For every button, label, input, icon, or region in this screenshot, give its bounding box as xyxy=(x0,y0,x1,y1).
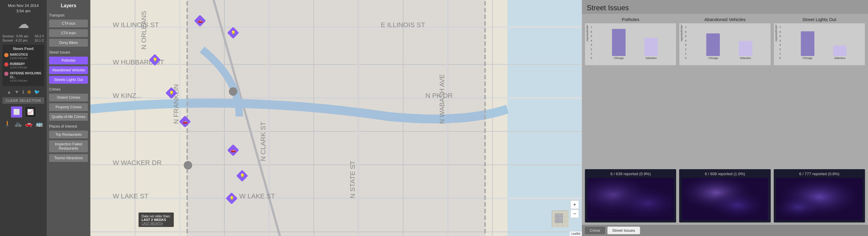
selection-line-button[interactable]: 📈 xyxy=(25,106,36,118)
leaflet-badge: Leaflet xyxy=(570,232,582,236)
zoom-out-button[interactable]: − xyxy=(570,209,579,218)
news-dot-1 xyxy=(4,53,8,57)
potholes-stat-label: 6 / 639 reported (0.9%) xyxy=(587,172,674,176)
selection-rect-button[interactable]: ⬜ xyxy=(11,106,22,118)
twitter-icon[interactable]: 🐦 xyxy=(34,89,40,95)
layers-title: Layers xyxy=(49,3,88,8)
bus-icon[interactable]: 🚌 xyxy=(35,120,43,127)
abandoned-y-axis: 0 1 2 3 4 5 6 7 xyxy=(685,26,686,60)
abandoned-selection-group: Selection xyxy=(739,41,752,60)
car-icon[interactable]: 🚗 xyxy=(25,120,33,127)
divvy-bikes-button[interactable]: Divvy Bikes xyxy=(49,39,88,47)
tourist-attractions-button[interactable]: Tourist Attractions xyxy=(49,154,88,162)
walk-icon[interactable]: 🚶 xyxy=(4,120,11,127)
svg-rect-61 xyxy=(555,214,563,223)
news-dot-3 xyxy=(4,72,8,76)
streets-lights-out-button[interactable]: Streets Lights Out xyxy=(49,76,88,84)
street-lights-chart-area: reported/mile² 0 1 2 3 4 5 6 7 Chicago xyxy=(774,23,865,65)
news-item-1: NARCOTICS 11/15 5:50 pm xyxy=(4,53,42,60)
abandoned-chicago-bar xyxy=(706,33,720,56)
bike-icon[interactable]: 🚲 xyxy=(14,120,22,127)
temp-f: 50.2 F xyxy=(35,34,44,38)
pin-icon-7: 💡 xyxy=(240,173,245,178)
triangle-icon[interactable]: ▲ xyxy=(7,90,11,95)
cta-train-button[interactable]: CTA train xyxy=(49,29,88,37)
streetlights-heatmap xyxy=(776,178,863,220)
news-time-1: 11/15 5:50 pm xyxy=(10,57,28,60)
violent-crimes-button[interactable]: Violent Crimes xyxy=(49,94,88,101)
charts-row: Potholes reported/mile² 0 1 2 3 4 5 6 7 … xyxy=(582,14,868,167)
map-info-box: Data not older than: LAST 2 WEEKS LAST M… xyxy=(138,212,174,227)
streetlights-stat-label: 6 / 777 reported (0.8%) xyxy=(776,172,863,176)
map-area[interactable]: E HURON ST E HURON ST E ERIE ST E ONTARI… xyxy=(90,0,582,236)
potholes-y-label: reported/mile² xyxy=(586,25,589,41)
stats-row: 6 / 639 reported (0.9%) xyxy=(582,167,868,225)
street-lights-chart-block: Street Lights Out reported/mile² 0 1 2 3… xyxy=(774,17,865,167)
potholes-heatmap xyxy=(587,178,674,220)
transport-category: Transport xyxy=(49,13,88,18)
svg-text:N CLARK ST: N CLARK ST xyxy=(259,122,267,161)
street-issues-category: Street Issues xyxy=(49,50,88,55)
streetlights-y-axis: 0 1 2 3 4 5 6 7 xyxy=(779,26,781,60)
abandoned-chicago-group: Chicago xyxy=(706,33,720,60)
rss-icon[interactable]: ⊕ xyxy=(27,89,31,95)
weather-icon: ☁ xyxy=(18,18,29,31)
abandoned-vehicles-chart-title: Abandoned Vehicles xyxy=(705,17,746,22)
potholes-bars: Chicago Selection xyxy=(596,26,674,60)
abandoned-vehicles-button[interactable]: Abandoned Vehicles xyxy=(49,66,88,74)
potholes-y-axis: 0 1 2 3 4 5 6 7 xyxy=(591,26,592,60)
svg-text:E ILLINOIS ST: E ILLINOIS ST xyxy=(381,21,425,29)
svg-rect-64 xyxy=(587,178,674,220)
map-thumbnail xyxy=(552,210,568,227)
quality-of-life-crimes-button[interactable]: Quality-of-life Crimes xyxy=(49,113,88,121)
map-background: E HURON ST E HURON ST E ERIE ST E ONTARI… xyxy=(90,0,582,236)
news-time-3: 11/15 5:59 pm xyxy=(10,79,42,83)
map-pin-gray-2[interactable] xyxy=(184,161,192,169)
cta-bus-button[interactable]: CTA bus xyxy=(49,20,88,27)
pin-icon-6: 🚗 xyxy=(231,148,236,153)
streetlights-selection-label: Selection xyxy=(834,57,845,60)
date-line1: Mon Nov 24 2014 xyxy=(8,3,39,8)
bottom-tabs: Crime Street Issues xyxy=(582,225,868,236)
map-pin-gray-1[interactable] xyxy=(229,87,237,96)
down-icon[interactable]: ▼ xyxy=(14,90,19,95)
svg-text:N ORLEANS: N ORLEANS xyxy=(140,11,148,50)
pin-icon-8: 💡 xyxy=(229,196,234,201)
potholes-selection-label: Selection xyxy=(645,57,657,60)
top-restaurants-button[interactable]: Top Restaurants xyxy=(49,131,88,138)
streetlights-selection-group: Selection xyxy=(833,45,847,60)
pin-icon-5: 🚗 xyxy=(183,119,188,124)
potholes-chart-block: Potholes reported/mile² 0 1 2 3 4 5 6 7 … xyxy=(585,17,676,167)
streetlights-y-label: reported/mile² xyxy=(775,25,778,41)
street-issues-tab[interactable]: Street Issues xyxy=(608,227,640,234)
info-icon[interactable]: ℹ xyxy=(22,89,24,95)
news-item-2: ROBBERY 11/15 5:55 pm xyxy=(4,62,42,70)
potholes-chart-area: reported/mile² 0 1 2 3 4 5 6 7 Chicago xyxy=(585,23,676,65)
potholes-stat-block: 6 / 639 reported (0.9%) xyxy=(585,169,676,223)
streetlights-chicago-group: Chicago xyxy=(801,31,814,60)
inspection-failed-button[interactable]: Inspection Failed Restaurants xyxy=(49,140,88,152)
pin-icon-1: 🚗 xyxy=(197,19,203,23)
streetlights-heatmap-svg xyxy=(776,178,863,220)
abandoned-selection-bar xyxy=(739,41,752,56)
potholes-button[interactable]: Potholes xyxy=(49,57,88,64)
potholes-selection-bar xyxy=(644,38,658,56)
property-crimes-button[interactable]: Property Crimes xyxy=(49,103,88,111)
street-issues-title: Street Issues xyxy=(587,4,863,12)
potholes-chart-title: Potholes xyxy=(622,17,639,22)
zoom-in-button[interactable]: + xyxy=(570,200,579,209)
crimes-category: Crimes xyxy=(49,87,88,92)
crime-tab[interactable]: Crime xyxy=(585,227,605,234)
news-dot-2 xyxy=(4,62,8,67)
abandoned-selection-label: Selection xyxy=(740,57,751,60)
abandoned-chicago-label: Chicago xyxy=(708,57,718,60)
potholes-chicago-bar xyxy=(612,29,625,56)
pin-icon-2: 💡 xyxy=(231,30,236,35)
clear-selection-button[interactable]: CLEAR SELECTION xyxy=(2,97,44,104)
temp-c: 10.1 C xyxy=(35,38,44,42)
sunset-label: Sunset : 4:22 pm xyxy=(2,38,27,42)
abandoned-bars: Chicago Selection xyxy=(690,26,768,60)
svg-text:N WABASH AVE: N WABASH AVE xyxy=(438,74,446,124)
info-line3: LAST MONTH xyxy=(142,222,171,225)
svg-text:N STATE ST: N STATE ST xyxy=(349,161,356,198)
